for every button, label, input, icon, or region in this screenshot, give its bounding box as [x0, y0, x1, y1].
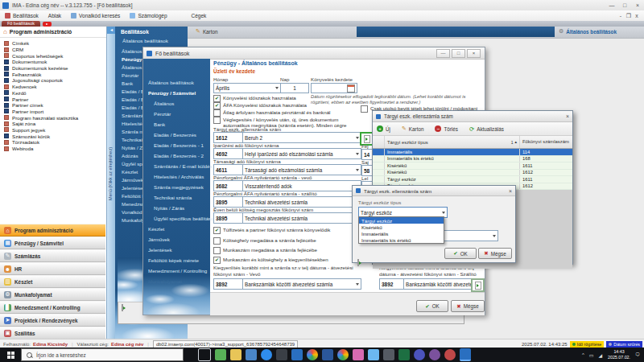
ima-app-icon[interactable] — [291, 349, 303, 360]
mdi-restore-icon[interactable]: ❐ — [625, 12, 633, 19]
account-select[interactable]: Beruh 2 — [242, 132, 361, 143]
account-select[interactable]: Társasági adó elszámolási számla — [242, 164, 361, 175]
tree-item[interactable]: CRM — [0, 47, 106, 53]
photos-icon[interactable] — [215, 349, 226, 360]
date-filter-badge[interactable]: Dátum szűrés — [606, 341, 642, 348]
taskbar-clock[interactable]: 14:432025.07.02. — [608, 349, 630, 360]
sidebar-item[interactable]: Hitelesítés / Archiválás — [154, 174, 213, 179]
sidebar-item[interactable]: Általános beállítások — [122, 48, 142, 54]
tree-item[interactable]: Partner — [0, 96, 106, 102]
excel-icon[interactable] — [398, 349, 410, 360]
sidebar-item[interactable]: Jelentések — [122, 185, 142, 191]
tree-item[interactable]: Dokumentumok kezelése — [0, 65, 106, 72]
dropdown-option-selected[interactable]: Tárgyi eszköz — [359, 217, 444, 224]
tree-item[interactable]: Support jegyek — [0, 127, 106, 134]
sidebar-item[interactable]: Munkafolyamat — [122, 217, 142, 223]
taskbar-search-input[interactable]: Írjon ide a kereséshez — [21, 348, 184, 361]
checkbox-row[interactable]: Költséghely megadása a számla fejlécébe — [213, 237, 316, 245]
sidebar-item[interactable]: Általános — [154, 101, 213, 106]
dropdown-option[interactable]: Immateriális kis értékű — [359, 237, 444, 243]
module-projektek[interactable]: ➤Projektek / Rendezvények — [0, 314, 105, 327]
checkbox-icon[interactable]: ✔ — [213, 102, 221, 109]
paint-icon[interactable] — [353, 349, 364, 360]
menu-beallitasok[interactable]: Beállítások — [0, 10, 43, 21]
cancel-button[interactable]: ✖Mégse — [478, 248, 512, 259]
tree-item[interactable]: Partner import — [0, 109, 106, 115]
sidebar-item[interactable]: Számlázás / E-mail küldés — [154, 163, 213, 169]
checkbox-icon[interactable]: ✔ — [213, 227, 221, 234]
sidebar-item[interactable]: Eladás / Beszerzés — [154, 132, 213, 138]
account-select[interactable]: Bankszámlák közötti átvezetési számla — [403, 278, 473, 290]
account-select[interactable]: Visszatérítendő adók — [242, 180, 361, 191]
sidebar-item[interactable]: Járművek — [122, 177, 142, 183]
account-code-input[interactable]: 3892 — [213, 278, 246, 290]
account-code-input[interactable]: 3895 — [213, 212, 246, 224]
account-code-input[interactable]: 3895 — [213, 196, 246, 208]
checkbox-icon[interactable]: ✔ — [213, 95, 221, 102]
mdi-minimize-icon[interactable]: - — [617, 12, 625, 19]
checkbox-icon[interactable] — [213, 117, 221, 124]
account-code-input[interactable]: 4611 — [213, 164, 246, 175]
sidebar-item[interactable]: Nyitás / Zárás — [154, 205, 213, 211]
tree-item[interactable]: Partner címek — [0, 102, 106, 109]
module-penzugy[interactable]: ▦Pénzügy / Számvitel — [0, 237, 105, 249]
new-button[interactable]: +Új — [377, 125, 390, 132]
checkbox-row[interactable]: Munkaszám megadása a számla fejlécébe — [213, 247, 317, 254]
sidebar-item[interactable]: Technikai számla — [122, 137, 142, 142]
document-icon[interactable] — [357, 259, 359, 266]
background-sidebar-item[interactable]: Általános beállítások — [122, 38, 168, 43]
viber-icon[interactable] — [429, 349, 440, 360]
table-row-selected[interactable]: Immateriális114 — [373, 149, 572, 156]
karton-button[interactable]: ✎Karton — [402, 125, 423, 132]
month-select[interactable]: Április — [213, 83, 281, 93]
checkbox-icon[interactable]: ✔ — [213, 257, 221, 264]
sidebar-item[interactable]: Általános beállítások — [148, 80, 208, 85]
delete-button[interactable]: –Törlés — [435, 125, 458, 132]
sidebar-item[interactable]: Bank — [154, 121, 213, 127]
sidebar-item[interactable]: Hitelesítés / Archiválás — [122, 121, 142, 126]
menu-szamologep[interactable]: Számológép — [125, 10, 171, 21]
checkbox-icon[interactable] — [213, 109, 221, 117]
sidebar-item[interactable]: Eladás / Beszerzés - 2 — [154, 153, 213, 158]
account-code-input[interactable]: 4692 — [213, 148, 246, 159]
account-select[interactable]: Bankszámlák közötti átvezetési számla — [242, 278, 361, 290]
day-input[interactable]: 1 — [280, 83, 309, 93]
module-menedzsment[interactable]: ▊Menedzsment / Kontrolling — [0, 301, 105, 314]
dialog-titlebar[interactable]: Tárgyi eszk. ellenszámla szám × — [353, 186, 515, 196]
table-row[interactable]: Kisértékű1611 — [373, 162, 572, 170]
close-icon[interactable]: × — [467, 49, 481, 58]
account-select[interactable]: Technikai átvezetési számla — [242, 196, 361, 208]
chrome-icon[interactable] — [337, 349, 349, 360]
minimize-icon[interactable]: — — [605, 2, 618, 9]
table-header[interactable]: Tárgyi eszköz típus1▲ Főkönyvi számlaszá… — [373, 136, 572, 149]
menu-vonalkod[interactable]: Vonalkód keresés — [66, 10, 125, 21]
ok-button[interactable]: ✔OK — [416, 300, 448, 312]
account-select[interactable]: Helyi iparűzési adó elszámolási számla — [242, 148, 361, 159]
sidebar-item[interactable]: Eladás / Beszerzés - 1 — [154, 142, 213, 148]
sidebar-item[interactable]: Számla megjegyzések — [154, 184, 213, 190]
minimize-icon[interactable]: — — [436, 49, 450, 58]
cancel-button[interactable]: ✖Mégse — [451, 300, 485, 312]
calendar-icon[interactable] — [347, 84, 355, 93]
account-select[interactable]: Technikai átvezetési számla — [242, 212, 361, 224]
sidebar-item[interactable]: Pénzügy / Számvitel — [122, 56, 142, 62]
sidebar-item[interactable]: Technikai számla — [154, 195, 213, 200]
sidebar-item[interactable]: Menedzsment / Kontrolling — [148, 268, 208, 274]
module-hr[interactable]: ☻HR — [0, 262, 105, 275]
sidebar-item[interactable]: Készlet — [122, 169, 138, 175]
dropdown-option[interactable]: Immateriális — [359, 230, 444, 237]
sidebar-item[interactable]: Feltöltött képek mérete — [122, 193, 142, 199]
app-icon[interactable] — [246, 349, 257, 360]
sidebar-item[interactable]: Járművek — [148, 237, 208, 242]
mdi-close-icon[interactable]: x — [633, 12, 641, 19]
sidebar-item[interactable]: Készlet — [148, 226, 208, 232]
chrome-icon[interactable] — [307, 349, 318, 360]
tree-item[interactable]: Webiroda — [0, 146, 106, 152]
ima-active-icon[interactable] — [460, 348, 471, 361]
sidebar-item[interactable]: Eladás / Beszerzés — [122, 88, 142, 94]
table-row[interactable]: Kisértékű1612 — [373, 170, 572, 177]
sidebar-item[interactable]: Jelentések — [148, 247, 208, 253]
tray-battery-icon[interactable]: ▭ — [589, 352, 594, 358]
sidebar-item[interactable]: Ügyfél specifikus beállítások — [122, 161, 142, 167]
tray-expand-icon[interactable]: ^ — [582, 352, 584, 357]
